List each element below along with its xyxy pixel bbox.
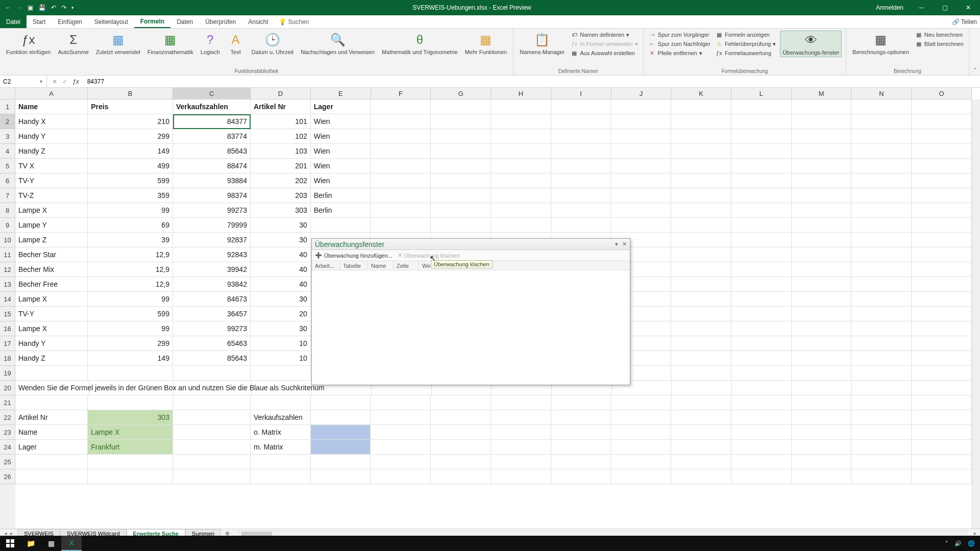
cell-M13[interactable]: [792, 277, 852, 292]
error-check-button[interactable]: ⚠Fehlerüberprüfung ▾: [715, 40, 777, 48]
row-header-6[interactable]: 6: [0, 173, 15, 188]
cell-H2[interactable]: [491, 114, 551, 129]
tab-ansicht[interactable]: Ansicht: [242, 15, 274, 28]
cell-I23[interactable]: [551, 425, 611, 440]
cell-M10[interactable]: [792, 233, 852, 247]
cell-H1[interactable]: [491, 99, 551, 114]
cell-O12[interactable]: [912, 262, 972, 277]
cell-K6[interactable]: [671, 173, 731, 188]
cell-N11[interactable]: [851, 247, 912, 262]
row-header-7[interactable]: 7: [0, 188, 15, 203]
cell-K15[interactable]: [671, 307, 731, 321]
cell-M20[interactable]: [792, 381, 852, 395]
row-header-14[interactable]: 14: [0, 292, 15, 307]
calc-now-button[interactable]: ▦Neu berechnen: [914, 31, 965, 39]
cell-I9[interactable]: [551, 218, 611, 233]
cell-F8[interactable]: [371, 203, 431, 218]
cell-E9[interactable]: [311, 218, 371, 233]
cell-O7[interactable]: [912, 188, 972, 203]
col-header-I[interactable]: I: [551, 88, 611, 99]
cell-D6[interactable]: 202: [251, 173, 311, 188]
cell-H4[interactable]: [491, 144, 551, 159]
cell-C9[interactable]: 79999: [173, 218, 251, 233]
cell-K25[interactable]: [671, 455, 731, 469]
recently-used-button[interactable]: ▦Zuletzt verwendet: [94, 31, 142, 56]
cell-M6[interactable]: [792, 173, 852, 188]
cell-D1[interactable]: Artikel Nr: [251, 99, 311, 114]
cell-G3[interactable]: [431, 129, 491, 144]
cell-C18[interactable]: 85643: [173, 351, 251, 366]
cell-F5[interactable]: [371, 159, 431, 173]
cell-O13[interactable]: [912, 277, 972, 292]
cell-B6[interactable]: 599: [88, 173, 173, 188]
watch-col-workbook[interactable]: Arbeit...: [312, 261, 340, 270]
cell-A18[interactable]: Handy Z: [15, 351, 88, 366]
cell-J24[interactable]: [611, 440, 671, 455]
cell-K24[interactable]: [671, 440, 731, 455]
cell-L15[interactable]: [731, 307, 792, 321]
cell-L1[interactable]: [731, 99, 792, 114]
cell-N13[interactable]: [851, 277, 912, 292]
cell-B5[interactable]: 499: [88, 159, 173, 173]
cell-L26[interactable]: [731, 469, 792, 484]
cell-C4[interactable]: 85643: [173, 144, 251, 159]
trace-precedents-button[interactable]: ⇢Spur zum Vorgänger: [648, 31, 712, 39]
cell-E7[interactable]: Berlin: [311, 188, 371, 203]
cell-B25[interactable]: [88, 455, 173, 469]
cell-M25[interactable]: [792, 455, 852, 469]
cell-J25[interactable]: [611, 455, 671, 469]
share-button[interactable]: 🔗 Teilen: [952, 18, 977, 26]
enter-formula-icon[interactable]: ✓: [62, 78, 67, 85]
close-button[interactable]: ✕: [957, 0, 980, 15]
cell-H8[interactable]: [491, 203, 551, 218]
cell-M8[interactable]: [792, 203, 852, 218]
cell-H23[interactable]: [491, 425, 551, 440]
cell-I3[interactable]: [551, 129, 611, 144]
row-header-13[interactable]: 13: [0, 277, 15, 292]
cell-D14[interactable]: 30: [251, 292, 311, 307]
cell-J26[interactable]: [611, 469, 671, 484]
cell-G23[interactable]: [431, 425, 491, 440]
cell-M14[interactable]: [792, 292, 852, 307]
cell-F25[interactable]: [371, 455, 431, 469]
cell-O11[interactable]: [912, 247, 972, 262]
col-header-B[interactable]: B: [88, 88, 173, 99]
cell-L18[interactable]: [731, 351, 792, 366]
cell-C22[interactable]: [173, 410, 251, 425]
cell-J8[interactable]: [611, 203, 671, 218]
row-header-2[interactable]: 2: [0, 114, 15, 129]
cell-L20[interactable]: [732, 381, 792, 395]
cell-N10[interactable]: [851, 233, 912, 247]
cell-E5[interactable]: Wien: [311, 159, 371, 173]
row-header-16[interactable]: 16: [0, 321, 15, 336]
cell-M4[interactable]: [792, 144, 852, 159]
text-button[interactable]: AText: [225, 31, 247, 56]
cell-G9[interactable]: [431, 218, 491, 233]
qat-customize-icon[interactable]: ▾: [71, 5, 74, 10]
cell-H7[interactable]: [491, 188, 551, 203]
cell-D5[interactable]: 201: [251, 159, 311, 173]
cell-A19[interactable]: [15, 366, 88, 381]
start-button[interactable]: [0, 536, 20, 551]
maximize-button[interactable]: ▢: [933, 0, 957, 15]
cell-M21[interactable]: [792, 395, 852, 410]
col-header-H[interactable]: H: [491, 88, 551, 99]
cell-K12[interactable]: [671, 262, 731, 277]
col-header-C[interactable]: C: [173, 88, 251, 99]
row-header-8[interactable]: 8: [0, 203, 15, 218]
qat-forward-icon[interactable]: →: [16, 4, 22, 11]
cell-A4[interactable]: Handy Z: [15, 144, 88, 159]
cell-D12[interactable]: 40: [251, 262, 311, 277]
row-header-5[interactable]: 5: [0, 159, 15, 173]
tab-start[interactable]: Start: [27, 15, 52, 28]
cell-F23[interactable]: [371, 425, 431, 440]
cell-M18[interactable]: [792, 351, 852, 366]
cell-B17[interactable]: 299: [88, 336, 173, 351]
cell-B23[interactable]: Lampe X: [88, 425, 173, 440]
row-header-21[interactable]: 21: [0, 395, 15, 410]
cell-D11[interactable]: 40: [251, 247, 311, 262]
cell-E4[interactable]: Wien: [311, 144, 371, 159]
tray-volume-icon[interactable]: 🔊: [954, 540, 962, 547]
cell-D4[interactable]: 103: [251, 144, 311, 159]
cell-B26[interactable]: [88, 469, 173, 484]
